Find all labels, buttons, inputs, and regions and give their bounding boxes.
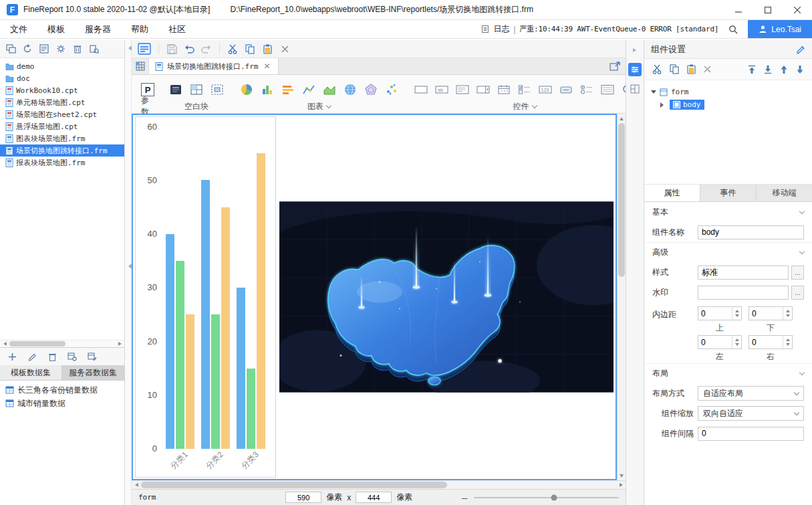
block-height-input[interactable] [356,492,392,503]
text-widget-icon[interactable] [413,82,429,98]
component-name-input[interactable] [698,225,804,239]
spin-up-icon[interactable] [783,336,792,342]
radar-chart-icon[interactable] [363,82,379,98]
spin-up-icon[interactable] [732,336,741,342]
remove-dataset-icon[interactable] [45,349,59,364]
textarea-widget-icon[interactable] [454,82,470,98]
padding-right-stepper[interactable] [749,335,793,349]
tree-item[interactable]: 悬浮场景地图.cpt [0,120,124,132]
absolute-canvas-block-icon[interactable] [209,82,225,98]
undo-icon[interactable] [182,41,196,56]
edit-dataset-icon[interactable] [25,349,39,364]
style-input[interactable] [698,266,789,280]
add-dataset-icon[interactable] [5,349,19,364]
number-widget-icon[interactable]: 123 [537,82,553,98]
report-block-icon[interactable] [168,82,184,98]
chart-block[interactable]: 6050403020100 分类1分类2分类3 [135,116,276,478]
style-more-button[interactable]: ... [791,266,804,280]
tab-close-icon[interactable]: ✕ [263,62,272,71]
tree-item[interactable]: 报表块场景地图.frm [0,157,124,169]
spin-down-icon[interactable] [783,314,792,320]
section-layout[interactable]: 布局 [644,363,812,383]
watermark-input[interactable] [698,286,789,300]
widget-settings-tab-icon[interactable] [628,63,642,76]
refresh-icon[interactable] [20,41,35,56]
watermark-more-button[interactable]: ... [791,286,804,300]
spin-down-icon[interactable] [783,342,792,349]
pie-chart-icon[interactable] [239,82,255,98]
column-chart-icon[interactable] [259,82,275,98]
padding-top-stepper[interactable] [698,306,742,320]
scrollbar-thumb[interactable] [618,123,625,277]
switch-workspace-icon[interactable] [3,41,18,56]
collapse-left-panel-icon[interactable] [126,45,132,51]
tab-server-datasets[interactable]: 服务器数据集 [62,365,124,380]
tree-item[interactable]: 单元格场景地图.cpt [0,96,124,108]
edit-component-icon[interactable] [796,45,805,54]
collapse-splitter-icon[interactable] [126,264,132,269]
locate-file-icon[interactable] [87,41,102,56]
tree-item[interactable]: 场景地图在sheet2.cpt [0,108,124,120]
tree-node-body[interactable]: body [651,98,805,111]
tab-mobile[interactable]: 移动端 [757,185,812,201]
dataset-item[interactable]: 城市销量数据 [0,397,124,410]
user-account-button[interactable]: Leo.Tsai [748,20,812,38]
tab-events[interactable]: 事件 [700,185,757,201]
layout-mode-select[interactable]: 自适应布局 [698,386,804,401]
menu-template[interactable]: 模板 [37,20,75,38]
radiogroup-widget-icon[interactable] [579,82,595,98]
spin-up-icon[interactable] [732,307,741,314]
component-gap-input[interactable] [698,427,804,441]
section-basic[interactable]: 基本 [644,202,812,222]
tree-horizontal-scrollbar[interactable] [0,340,124,347]
tree-item[interactable]: 图表块场景地图.frm [0,132,124,144]
checkboxgroup-widget-icon[interactable] [517,82,533,98]
tree-item-selected[interactable]: 场景切换地图跳转接口.frm [0,144,124,157]
padding-bottom-stepper[interactable] [749,306,793,320]
paste-icon[interactable] [687,64,696,74]
spin-down-icon[interactable] [732,342,741,349]
tab-template-datasets[interactable]: 模板数据集 [0,365,62,380]
tree-item[interactable]: WorkBook10.cpt [0,84,124,96]
dataset-item[interactable]: 长三角各省份销量数据 [0,383,124,397]
map-image[interactable] [279,202,614,393]
cut-icon[interactable] [652,64,662,74]
scroll-right-icon[interactable] [116,340,124,347]
move-to-bottom-icon[interactable] [764,65,772,74]
combobox-widget-icon[interactable] [475,82,491,98]
copy-icon[interactable] [670,64,679,74]
canvas-horizontal-scrollbar[interactable] [132,480,626,489]
scroll-left-icon[interactable] [132,481,140,489]
save-icon[interactable] [164,41,179,56]
copy-icon[interactable] [243,41,257,56]
chart-group-dropdown-icon[interactable] [326,102,331,108]
block-width-input[interactable] [285,492,321,503]
scroll-right-icon[interactable] [617,481,626,489]
move-to-top-icon[interactable] [748,65,756,74]
move-up-icon[interactable] [780,65,788,74]
preview-template-icon[interactable] [610,62,620,71]
zoom-slider[interactable] [474,497,619,498]
file-view-icon[interactable] [37,41,51,56]
area-chart-icon[interactable] [321,82,337,98]
scrollbar-thumb[interactable] [9,341,65,346]
form-body-canvas[interactable]: 6050403020100 分类1分类2分类3 [132,114,617,480]
expand-icon[interactable] [660,102,666,108]
scrollbar-thumb[interactable] [141,482,447,488]
spin-up-icon[interactable] [783,307,792,314]
scatter-chart-icon[interactable] [384,82,400,98]
component-library-tab-icon[interactable] [628,82,642,96]
datepicker-widget-icon[interactable] [496,82,512,98]
cut-icon[interactable] [225,41,240,56]
close-button[interactable] [783,0,812,19]
scroll-left-icon[interactable] [0,340,9,347]
zoom-out-button[interactable]: – [462,492,467,502]
label-widget-icon[interactable]: ab [434,82,450,98]
menu-file[interactable]: 文件 [0,20,37,38]
map-chart-icon[interactable] [342,82,358,98]
button-widget-icon[interactable] [558,82,574,98]
maximize-button[interactable] [753,0,783,19]
document-tab-active[interactable]: 场景切换地图跳转接口.frm ✕ [149,58,279,74]
collapse-right-panel-icon[interactable] [628,43,642,57]
canvas-vertical-scrollbar[interactable] [617,114,626,480]
